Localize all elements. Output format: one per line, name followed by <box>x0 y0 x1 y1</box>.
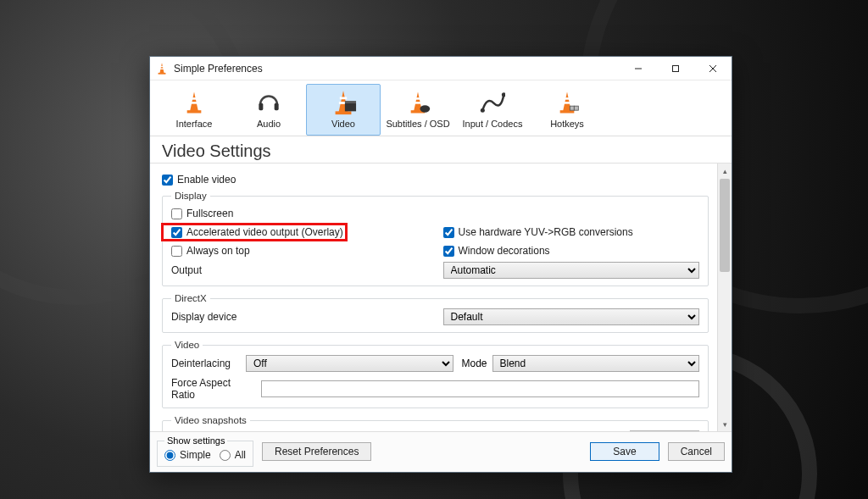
svg-rect-5 <box>673 65 679 71</box>
tab-video[interactable]: Video <box>306 84 381 136</box>
headphones-icon <box>253 88 284 117</box>
cone-icon <box>179 88 209 117</box>
fullscreen-checkbox[interactable]: Fullscreen <box>171 206 428 221</box>
enable-video-label: Enable video <box>177 174 236 186</box>
browse-button[interactable]: Browse <box>630 430 699 431</box>
tab-label: Hotkeys <box>550 119 584 129</box>
fullscreen-label: Fullscreen <box>186 208 233 219</box>
yuv-label: Use hardware YUV->RGB conversions <box>459 226 633 238</box>
cone-bubble-icon <box>403 88 433 117</box>
settings-panel: Enable video Display Fullscreen Accelera… <box>150 164 717 431</box>
show-all-radio[interactable]: All <box>220 447 246 463</box>
app-cone-icon <box>155 62 169 75</box>
directx-legend: DirectX <box>171 293 210 303</box>
video-legend: Video <box>171 340 203 350</box>
svg-rect-16 <box>574 106 578 110</box>
svg-rect-15 <box>570 106 574 110</box>
svg-rect-8 <box>259 103 263 110</box>
preferences-window: Simple Preferences Interface Audio Video <box>149 56 732 473</box>
tab-input-codecs[interactable]: Input / Codecs <box>455 84 530 136</box>
window-decorations-label: Window decorations <box>459 245 550 257</box>
enable-video-checkbox[interactable]: Enable video <box>162 172 709 187</box>
tab-hotkeys[interactable]: Hotkeys <box>530 84 604 136</box>
cone-clapper-icon <box>328 88 359 117</box>
output-label: Output <box>171 264 241 276</box>
scroll-down-arrow[interactable]: ▾ <box>718 417 732 431</box>
window-title: Simple Preferences <box>174 63 620 75</box>
svg-rect-9 <box>275 103 279 110</box>
force-aspect-ratio-input[interactable] <box>261 380 699 397</box>
tab-label: Interface <box>176 119 213 129</box>
force-aspect-ratio-label: Force Aspect Ratio <box>171 377 254 401</box>
show-simple-radio[interactable]: Simple <box>164 447 211 463</box>
scroll-up-arrow[interactable]: ▴ <box>718 164 732 178</box>
fullscreen-input[interactable] <box>171 208 182 219</box>
category-toolbar: Interface Audio Video Subtitles / OSD In… <box>150 80 732 136</box>
tab-audio[interactable]: Audio <box>231 84 306 136</box>
display-group: Display Fullscreen Accelerated video out… <box>162 191 709 286</box>
window-decorations-input[interactable] <box>443 246 454 257</box>
minimize-button[interactable] <box>620 57 657 80</box>
display-legend: Display <box>171 191 210 201</box>
mode-select[interactable]: Blend <box>492 355 700 372</box>
overlay-input[interactable] <box>171 227 182 238</box>
always-on-top-input[interactable] <box>171 246 182 257</box>
cable-icon <box>477 88 508 117</box>
tab-label: Audio <box>257 119 281 129</box>
window-decorations-checkbox[interactable]: Window decorations <box>443 243 700 258</box>
deinterlacing-label: Deinterlacing <box>171 358 241 369</box>
tab-subtitles[interactable]: Subtitles / OSD <box>381 84 455 136</box>
mode-label: Mode <box>459 358 487 369</box>
save-button[interactable]: Save <box>590 442 659 461</box>
always-on-top-checkbox[interactable]: Always on top <box>171 243 428 258</box>
svg-rect-11 <box>345 101 356 103</box>
close-button[interactable] <box>694 57 732 80</box>
svg-point-14 <box>502 92 505 97</box>
titlebar[interactable]: Simple Preferences <box>150 57 732 80</box>
display-device-select[interactable]: Default <box>443 308 700 325</box>
tab-label: Input / Codecs <box>463 119 523 129</box>
cone-keys-icon <box>552 88 582 117</box>
yuv-checkbox[interactable]: Use hardware YUV->RGB conversions <box>443 225 700 240</box>
video-group: Video Deinterlacing Off Mode Blend Force… <box>162 340 709 408</box>
cancel-button[interactable]: Cancel <box>668 442 725 461</box>
enable-video-input[interactable] <box>162 175 173 186</box>
display-device-label: Display device <box>171 311 236 323</box>
vertical-scrollbar[interactable]: ▴ ▾ <box>717 164 732 431</box>
snapshots-legend: Video snapshots <box>171 415 250 425</box>
reset-preferences-button[interactable]: Reset Preferences <box>262 442 371 461</box>
page-heading: Video Settings <box>150 136 732 164</box>
svg-rect-10 <box>345 103 356 111</box>
tab-interface[interactable]: Interface <box>157 84 231 136</box>
svg-point-12 <box>420 105 431 112</box>
scroll-thumb[interactable] <box>720 179 730 272</box>
footer: Show settings Simple All Reset Preferenc… <box>150 431 732 472</box>
tab-label: Subtitles / OSD <box>386 119 449 129</box>
overlay-label: Accelerated video output (Overlay) <box>186 226 343 238</box>
snapshots-group: Video snapshots Directory Browse <box>162 415 709 431</box>
show-settings-group: Show settings Simple All <box>157 435 253 467</box>
deinterlacing-select[interactable]: Off <box>246 355 453 372</box>
show-settings-legend: Show settings <box>164 435 227 446</box>
always-on-top-label: Always on top <box>186 245 250 257</box>
tab-label: Video <box>331 119 355 129</box>
directx-group: DirectX Display device Default <box>162 293 709 333</box>
yuv-input[interactable] <box>443 227 454 238</box>
svg-point-13 <box>481 108 485 113</box>
maximize-button[interactable] <box>657 57 694 80</box>
output-select[interactable]: Automatic <box>443 262 700 279</box>
overlay-checkbox[interactable]: Accelerated video output (Overlay) <box>171 225 428 240</box>
